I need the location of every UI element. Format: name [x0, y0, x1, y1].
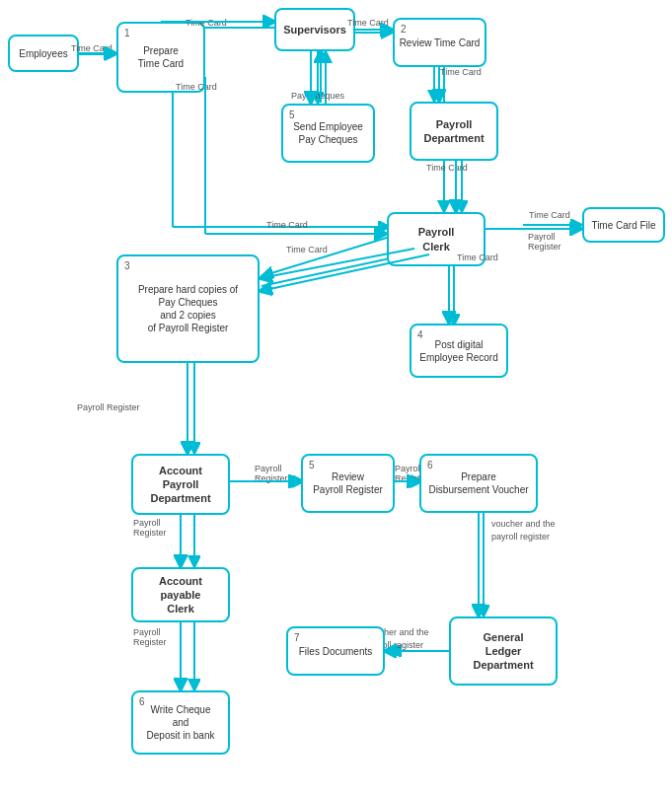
- tc-label-7: Time Card: [176, 82, 217, 92]
- tc-label-1: Time Card: [71, 43, 112, 53]
- time-card-file-label: Time Card File: [591, 219, 655, 232]
- box3-num: 3: [124, 259, 130, 272]
- box2-num: 2: [401, 23, 407, 36]
- box6a: 6 PrepareDisbursement Voucher: [419, 454, 538, 513]
- box5a-label: Send EmployeePay Cheques: [293, 120, 363, 146]
- general-ledger-box: GeneralLedgerDepartment: [449, 616, 558, 686]
- acct-payroll-box: AccountPayrollDepartment: [131, 454, 230, 515]
- tc-label-11: Time Card: [457, 253, 498, 262]
- pr-label-1: PayrollRegister: [528, 232, 561, 252]
- box7: 7 Files Documents: [286, 626, 385, 676]
- payroll-dept-label: PayrollDepartment: [423, 117, 484, 146]
- voucher-label-1: voucher and thepayroll register: [491, 518, 556, 543]
- pr-label-5: PayrollRegister: [133, 518, 167, 538]
- box5b-num: 5: [309, 459, 315, 471]
- box2-label: Review Time Card: [400, 36, 481, 49]
- box5b: 5 ReviewPayroll Register: [301, 454, 395, 513]
- acct-payroll-label: AccountPayrollDepartment: [150, 464, 210, 506]
- tc-label-4: Time Card: [440, 67, 482, 77]
- pr-label-6: PayrollRegister: [133, 627, 167, 647]
- diagram: Employees Time Card 1 PrepareTime Card T…: [0, 0, 672, 796]
- payroll-dept-box: PayrollDepartment: [410, 102, 498, 161]
- tc-label-5: Time Card: [426, 163, 468, 173]
- svg-line-12: [261, 237, 390, 276]
- box1-label: PrepareTime Card: [138, 44, 184, 70]
- box4-label: Post digitalEmployee Record: [419, 338, 497, 364]
- box6b-num: 6: [139, 695, 145, 708]
- tc-label-3: Time Card: [347, 18, 389, 28]
- pr-label-2: Payroll Register: [77, 402, 140, 412]
- pr-label-3: PayrollRegister: [255, 464, 288, 483]
- box6b: 6 Write ChequeandDeposit in bank: [131, 690, 230, 755]
- acct-payable-box: AccountpayableClerk: [131, 567, 230, 622]
- box4: 4 Post digitalEmployee Record: [410, 324, 508, 378]
- payroll-clerk-label: PayrollClerk: [418, 225, 455, 253]
- box3: 3 Prepare hard copies ofPay Chequesand 2…: [116, 254, 260, 363]
- supervisors-label: Supervisors: [283, 23, 346, 36]
- tc-label-8: Time Card: [266, 220, 308, 230]
- employees-box: Employees: [8, 35, 79, 72]
- tc-label-10: Time Card: [286, 245, 328, 254]
- box1-num: 1: [124, 27, 130, 39]
- tc-label-2: Time Card: [186, 18, 227, 28]
- box2: 2 Review Time Card: [393, 18, 486, 67]
- box5a: 5 Send EmployeePay Cheques: [281, 104, 375, 163]
- box7-label: Files Documents: [299, 645, 372, 658]
- box7-num: 7: [294, 631, 300, 644]
- tc-label-9: Time Card: [529, 210, 570, 220]
- box5a-num: 5: [289, 109, 295, 121]
- box4-num: 4: [417, 328, 423, 341]
- box3-label: Prepare hard copies ofPay Chequesand 2 c…: [138, 283, 238, 334]
- supervisors-box: Supervisors: [274, 8, 355, 51]
- box5b-label: ReviewPayroll Register: [313, 470, 383, 496]
- box6a-label: PrepareDisbursement Voucher: [428, 470, 528, 496]
- acct-payable-label: AccountpayableClerk: [159, 574, 202, 616]
- time-card-file-box: Time Card File: [582, 207, 665, 243]
- box6a-num: 6: [427, 459, 433, 471]
- box6b-label: Write ChequeandDeposit in bank: [147, 703, 215, 742]
- general-ledger-label: GeneralLedgerDepartment: [473, 630, 533, 673]
- pc-label: Pay Cheques: [291, 91, 344, 101]
- employees-label: Employees: [19, 47, 67, 60]
